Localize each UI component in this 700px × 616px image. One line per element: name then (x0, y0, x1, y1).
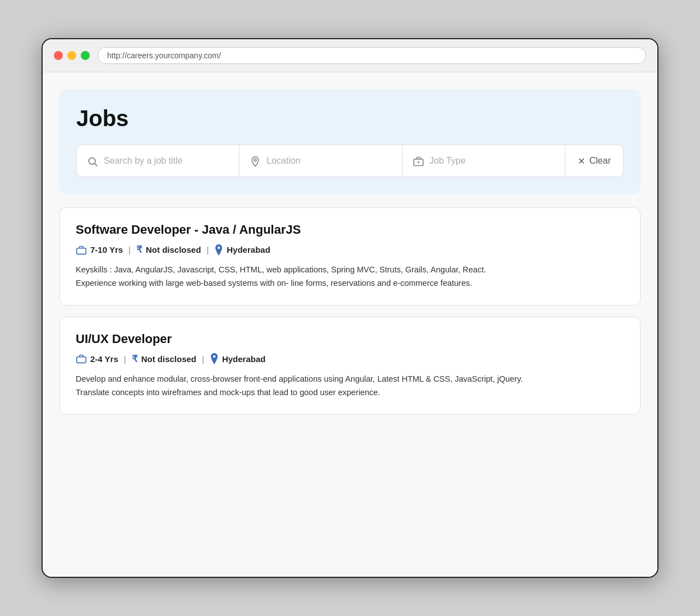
job-salary: ₹ Not disclosed (132, 353, 196, 365)
job-meta: 2-4 Yrs | ₹ Not disclosed | Hyderabad (76, 353, 624, 365)
browser-window: http://careers.yourcompany.com/ Jobs Sea… (42, 38, 658, 578)
rupee-icon: ₹ (136, 244, 142, 256)
browser-content: Jobs Search by a job title (43, 72, 657, 577)
job-location: Hyderabad (214, 244, 270, 256)
location-label: Location (266, 156, 301, 166)
search-input-placeholder: Search by a job title (104, 156, 183, 166)
browser-toolbar: http://careers.yourcompany.com/ (43, 39, 657, 72)
job-experience: 7-10 Yrs (76, 245, 123, 255)
job-description: Develop and enhance modular, cross-brows… (76, 373, 624, 400)
job-experience: 2-4 Yrs (76, 354, 118, 364)
svg-line-1 (95, 163, 98, 166)
location-pin-icon (210, 353, 219, 364)
search-icon (87, 155, 98, 166)
minimize-button-traffic-light[interactable] (67, 51, 76, 60)
job-salary: ₹ Not disclosed (136, 244, 201, 256)
job-title: Software Developer - Java / AngularJS (76, 223, 624, 237)
page-title: Jobs (76, 106, 624, 131)
search-section[interactable]: Search by a job title (77, 145, 239, 177)
location-icon (250, 155, 261, 166)
location-pin-icon (214, 244, 223, 256)
job-type-label: Job Type (430, 156, 466, 166)
clear-label: Clear (590, 156, 611, 166)
svg-point-9 (213, 355, 215, 358)
briefcase-icon (76, 245, 87, 255)
job-card[interactable]: UI/UX Developer 2-4 Yrs | ₹ Not disclose… (59, 317, 641, 415)
svg-rect-6 (77, 248, 86, 254)
briefcase-icon (76, 354, 87, 364)
job-meta: 7-10 Yrs | ₹ Not disclosed | Hyderabad (76, 244, 624, 256)
svg-rect-8 (77, 357, 86, 363)
job-type-filter[interactable]: Job Type (402, 145, 565, 177)
rupee-icon: ₹ (132, 353, 138, 365)
job-title: UI/UX Developer (76, 332, 624, 346)
search-bar: Search by a job title Location (76, 145, 624, 177)
job-type-icon (413, 155, 424, 166)
maximize-button-traffic-light[interactable] (81, 51, 90, 60)
address-bar[interactable]: http://careers.yourcompany.com/ (98, 47, 646, 64)
svg-point-2 (254, 159, 256, 161)
svg-point-0 (89, 158, 95, 164)
jobs-header-section: Jobs Search by a job title (59, 89, 641, 194)
job-card[interactable]: Software Developer - Java / AngularJS 7-… (59, 207, 641, 305)
svg-point-7 (218, 246, 220, 248)
job-location: Hyderabad (210, 353, 266, 364)
clear-icon: ✕ (578, 156, 585, 166)
traffic-lights (54, 51, 90, 60)
location-filter[interactable]: Location (239, 145, 402, 177)
close-button-traffic-light[interactable] (54, 51, 63, 60)
job-description: Keyskills : Java, AngularJS, Javascript,… (76, 263, 624, 290)
clear-button[interactable]: ✕ Clear (565, 145, 623, 177)
